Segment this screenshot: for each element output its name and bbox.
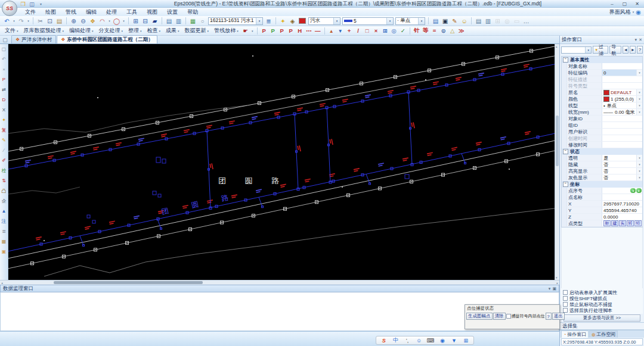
option-checkbox-1[interactable] [563, 290, 568, 295]
navigate-button[interactable]: 导航 [609, 46, 621, 54]
point-type-button-4[interactable]: 转 [627, 220, 634, 226]
grid-small-icon[interactable]: ▦ [1, 238, 8, 245]
coord-icon[interactable]: X [1, 106, 8, 113]
property-value[interactable]: ——0.00 毫米 [602, 109, 636, 115]
attach-icon[interactable]: ⊞ [493, 17, 502, 25]
film-icon[interactable]: ▰ [150, 17, 159, 25]
building-icon[interactable]: 企 [1, 197, 8, 204]
undo-icon[interactable]: ↶ [2, 17, 11, 25]
menu-item-4[interactable]: 编辑 [81, 8, 101, 16]
flag-down-icon[interactable]: ▾ [336, 27, 345, 35]
grid2-icon[interactable]: ⊞ [381, 27, 389, 35]
layers-icon[interactable]: ≣ [264, 17, 273, 25]
lock-icon[interactable]: ◈ [288, 17, 297, 25]
monitor-options-icon[interactable]: ▾ [549, 286, 551, 291]
new-document-icon[interactable]: ▢ [1, 36, 9, 43]
prev-object-button[interactable]: ◂ [623, 46, 628, 54]
p-point-red-icon[interactable]: P [260, 27, 268, 35]
annotate-icon[interactable]: 注 [1, 217, 8, 225]
snap-exit-button[interactable]: 退出 [552, 313, 565, 320]
smiley-icon[interactable]: ☺ [460, 17, 469, 25]
dropdown-arrow-icon[interactable]: ▾ [250, 29, 255, 33]
property-value[interactable] [602, 122, 642, 128]
chevron-down-icon[interactable]: ▾ [386, 18, 393, 24]
chevron-down-icon[interactable]: ▾ [418, 18, 425, 24]
property-value[interactable]: 455594.465740 [602, 207, 642, 213]
chevron-down-icon[interactable]: ▾ [636, 109, 642, 115]
linetype-combo[interactable]: · 单点▾ [395, 17, 425, 25]
option-checkbox-4[interactable] [563, 308, 568, 313]
scroll-up-icon[interactable]: ▴ [556, 45, 558, 48]
cut-icon[interactable]: ✂ [36, 17, 45, 25]
chinese-mode-icon[interactable]: 中 [392, 336, 400, 344]
property-value[interactable] [602, 116, 642, 121]
map1-icon[interactable]: ▤ [474, 17, 483, 25]
chevron-down-icon[interactable]: ▾ [636, 155, 642, 161]
property-value[interactable] [602, 142, 642, 148]
image-icon[interactable]: ▣ [1, 248, 8, 255]
linewidth-combo[interactable]: 5▾ [342, 17, 394, 25]
property-value[interactable] [602, 135, 642, 141]
erase-icon[interactable]: × [1, 66, 8, 73]
triangle-icon[interactable]: ▲ [1, 207, 8, 214]
dropdown-arrow-icon[interactable]: ▾ [12, 19, 16, 23]
chevron-down-icon[interactable]: ▾ [256, 18, 262, 24]
toolbox-icon[interactable]: ⊞ [462, 338, 470, 344]
light-icon[interactable]: ✦ [1, 116, 8, 123]
image-next-icon[interactable]: ▥ [174, 17, 183, 25]
slope-icon[interactable]: ∕ [1, 146, 8, 154]
chevron-down-icon[interactable]: ▾ [636, 89, 642, 95]
copy-icon[interactable]: ⊡ [45, 17, 54, 25]
property-value[interactable]: 标建实转特更 [602, 220, 642, 226]
data-monitor-header[interactable]: 数据监理窗口 ▾ ▣ [0, 285, 559, 292]
panel-tab-1[interactable]: ◔操作窗口 [561, 331, 589, 338]
selection-set-label[interactable]: 选择集 [560, 322, 644, 330]
fast-forward-icon[interactable]: ≫ [457, 27, 466, 35]
zoom-extent-icon[interactable]: ◯ [112, 17, 121, 25]
check-icon[interactable]: ✓ [399, 27, 407, 35]
collapse-icon[interactable]: − [563, 57, 568, 63]
table-view-icon[interactable]: ⊟ [141, 17, 150, 25]
cad-drawing[interactable]: 团 圆 路团 圆 路 [8, 44, 555, 280]
layer-combo[interactable]: 污水▾ [308, 17, 340, 25]
property-value[interactable] [602, 76, 642, 82]
target-icon[interactable]: ◎ [390, 27, 398, 35]
property-value[interactable]: 0 [602, 70, 636, 76]
notebook-icon[interactable]: ▤ [431, 17, 440, 25]
edit-icon[interactable]: ✐ [1, 157, 8, 164]
style-help-icon[interactable]: ◉ [636, 9, 641, 15]
filter-button[interactable]: ▼ 过滤 [593, 46, 608, 54]
flag-up-icon[interactable]: ▴ [327, 27, 336, 35]
draw-icon[interactable]: D [1, 96, 8, 103]
dots-icon[interactable]: ⋯ [305, 27, 313, 35]
snap-help-button[interactable]: ? [546, 313, 552, 320]
save-icon[interactable]: ◫ [28, 1, 36, 7]
collapse-icon[interactable]: − [563, 149, 568, 154]
doc-tab-1[interactable]: ❖芦洋乡洋中村 [11, 35, 56, 43]
chevron-down-icon[interactable]: ▾ [636, 102, 642, 108]
menu-item-8[interactable]: 设置 [162, 8, 182, 16]
horizontal-scrollbar[interactable]: ◂ ▸ [0, 280, 559, 285]
circle-select-icon[interactable]: ○ [198, 17, 207, 25]
panel-tab-2[interactable]: ◍工作空间 [589, 331, 618, 338]
cad-canvas[interactable]: 团 圆 路团 圆 路 [8, 44, 555, 280]
pick-hand-icon[interactable]: ☛ [242, 27, 250, 35]
menu-item-7[interactable]: 视图 [142, 8, 162, 16]
point-type-button-2[interactable]: 建 [611, 220, 618, 226]
pin-icon[interactable]: ▾ [635, 38, 637, 42]
clear-button[interactable]: 清除 [493, 313, 506, 320]
menu-item-3[interactable]: 管线 [61, 8, 81, 16]
scroll-down-icon[interactable]: ▾ [556, 276, 558, 279]
property-value[interactable] [602, 63, 642, 69]
ruler-icon[interactable]: = [431, 27, 439, 35]
plus-icon[interactable]: + [345, 27, 354, 35]
rect-icon[interactable]: □ [363, 27, 371, 35]
menu-item-5[interactable]: 处理 [101, 8, 122, 16]
bulb-icon[interactable]: ✦ [278, 17, 287, 25]
tb2-menu-file[interactable]: 文件▾ [2, 27, 21, 35]
minimize-button[interactable]: – [606, 1, 618, 7]
skin-icon[interactable]: ▼ [450, 338, 458, 344]
vertical-scroll-thumb[interactable] [556, 116, 559, 166]
line-icon[interactable]: — [314, 27, 322, 35]
snap-inner-point-checkbox[interactable] [506, 314, 511, 319]
